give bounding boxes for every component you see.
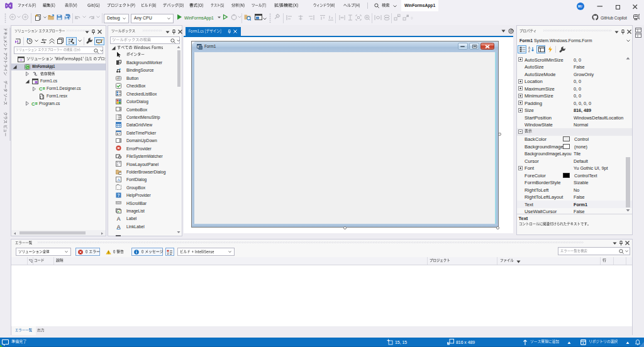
svg-text:A: A [116,177,119,182]
svg-text:Z: Z [528,50,530,52]
svg-text:C: C [26,65,29,69]
svg-text:C: C [39,86,43,91]
svg-text:?: ? [117,193,119,197]
svg-text:C: C [31,101,35,106]
svg-text:ab: ab [116,77,120,80]
svg-text:A: A [116,216,120,221]
svg-text:A: A [116,224,120,229]
